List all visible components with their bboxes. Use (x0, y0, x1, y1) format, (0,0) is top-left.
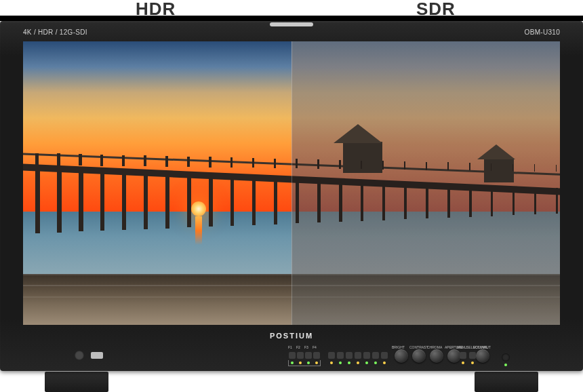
pier-rail-post (252, 158, 254, 168)
led-f2 (299, 361, 302, 364)
pier-piling (100, 172, 104, 231)
label-chroma: CHROMA (427, 345, 442, 349)
led-f1 (291, 361, 294, 364)
knob-aperture[interactable] (447, 349, 461, 363)
pier-piling (57, 170, 62, 232)
sdr-overlay (292, 41, 560, 325)
label-f1: F1 (288, 345, 292, 349)
led (339, 361, 342, 364)
power-button[interactable] (502, 353, 510, 361)
monitor-foot-left (45, 372, 108, 392)
control-panel: F1F2F3F4BRIGHTCONTRASTCHROMAAPERTUREVOLU… (7, 345, 576, 368)
button-h-v-delay[interactable] (355, 352, 361, 359)
button-f4[interactable] (313, 352, 320, 359)
headphone-jack-icon[interactable] (75, 351, 84, 360)
led-f4 (315, 361, 318, 364)
screen (23, 41, 560, 325)
pier-piling (165, 174, 169, 229)
spec-label: 4K / HDR / 12G-SDI (23, 28, 87, 36)
tally-bar (270, 22, 313, 26)
pier-piling (122, 173, 126, 230)
power-led (504, 364, 507, 366)
pier-rail-post (230, 157, 233, 168)
led (348, 361, 350, 364)
button-select-input[interactable] (469, 352, 476, 359)
label-f4: F4 (313, 345, 317, 349)
led (462, 361, 464, 364)
pier-piling (252, 177, 256, 224)
button-h-flip[interactable] (381, 352, 388, 359)
split-divider (292, 41, 292, 325)
pier-rail-post (122, 155, 125, 166)
pier-rail-post (100, 155, 103, 166)
knob-contrast[interactable] (412, 349, 426, 363)
label-contrast: CONTRAST (409, 345, 428, 349)
button-menu[interactable] (460, 352, 466, 359)
usb-port-icon[interactable] (91, 352, 103, 359)
knob-bright[interactable] (395, 349, 408, 363)
label-f2: F2 (296, 345, 300, 349)
pier-rail-post (79, 154, 82, 165)
led (357, 361, 359, 364)
pier-rail-post (209, 157, 212, 167)
button-aspect[interactable] (337, 352, 344, 359)
knob-chroma[interactable] (430, 349, 443, 363)
led-f3 (307, 361, 310, 364)
led (330, 361, 333, 364)
pier-rail-post (274, 159, 276, 168)
led (383, 361, 386, 364)
brand-label: POSTIUM (0, 332, 583, 340)
button-f2[interactable] (297, 352, 304, 359)
pier-piling (79, 171, 83, 231)
led (374, 361, 377, 364)
monitor-top-edge (0, 16, 583, 21)
button-marker[interactable] (346, 352, 353, 359)
model-label: OBM-U310 (525, 28, 560, 36)
label: MENU (457, 345, 467, 349)
pier-rail-post (57, 153, 60, 165)
pier-rail-post (187, 157, 190, 167)
monitor-body: 4K / HDR / 12G-SDI OBM-U310 (0, 21, 583, 371)
pier-rail-post (165, 156, 168, 167)
pier-rail-post (35, 153, 39, 165)
product-shot: HDR SDR 4K / HDR / 12G-SDI OBM-U310 (0, 0, 583, 392)
pier-piling (144, 174, 148, 229)
pier-piling (209, 176, 213, 227)
label: SELECT/INPUT (466, 345, 491, 349)
pier-piling (35, 170, 40, 233)
monitor-foot-right (475, 372, 538, 392)
pier-piling (230, 176, 234, 226)
knob-volume[interactable] (476, 349, 489, 363)
button-blue-only[interactable] (363, 352, 370, 359)
pier-piling (187, 175, 191, 227)
button-f1[interactable] (289, 352, 296, 359)
pier-piling (274, 178, 277, 224)
button-f3[interactable] (305, 352, 312, 359)
led (471, 361, 474, 364)
button-mono[interactable] (372, 352, 379, 359)
pier-rail-post (144, 155, 146, 166)
label-bright: BRIGHT (392, 345, 405, 349)
led (365, 361, 368, 364)
label-f3: F3 (304, 345, 308, 349)
button-scan[interactable] (328, 352, 335, 359)
